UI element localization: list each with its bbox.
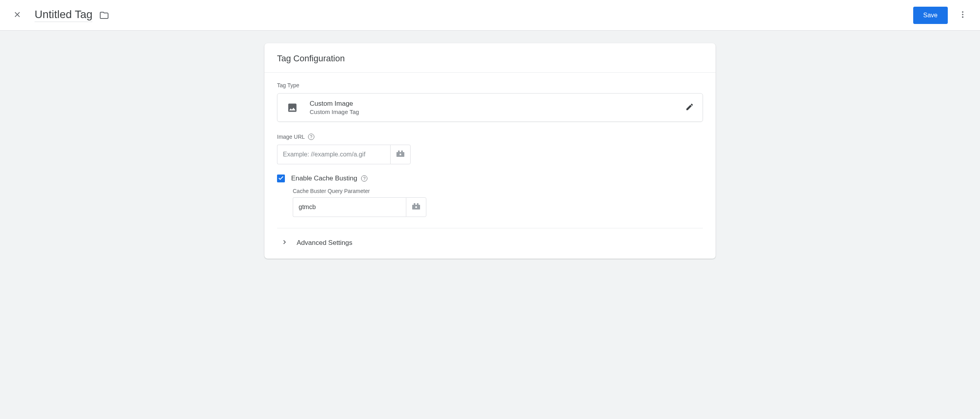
svg-rect-4 (398, 151, 400, 152)
variable-picker-button[interactable] (406, 197, 426, 217)
tag-type-selector[interactable]: Custom Image Custom Image Tag (277, 93, 703, 122)
svg-rect-8 (414, 203, 415, 205)
image-url-label-text: Image URL (277, 134, 305, 140)
check-icon (278, 175, 284, 182)
tag-type-label: Tag Type (277, 82, 703, 88)
advanced-settings-label: Advanced Settings (297, 239, 352, 247)
close-button[interactable] (9, 7, 25, 23)
tag-name-input[interactable]: Untitled Tag (35, 8, 92, 22)
page-body: Tag Configuration Tag Type Custom Image … (0, 31, 980, 419)
image-url-label: Image URL ? (277, 134, 703, 140)
cache-busting-label: Enable Cache Busting ? (291, 175, 367, 182)
dialog-header: Untitled Tag Save (0, 0, 980, 31)
tag-type-subtitle: Custom Image Tag (310, 108, 685, 115)
cache-busting-label-text: Enable Cache Busting (291, 175, 357, 182)
variable-icon (411, 203, 421, 211)
more-vert-icon (958, 10, 967, 20)
close-icon (13, 10, 22, 20)
cache-param-input[interactable] (293, 197, 406, 217)
card-title: Tag Configuration (277, 53, 703, 64)
help-icon[interactable]: ? (308, 134, 314, 140)
save-button[interactable]: Save (913, 7, 948, 24)
svg-point-1 (962, 14, 963, 15)
folder-icon[interactable] (99, 11, 109, 20)
variable-picker-button[interactable] (390, 145, 411, 164)
edit-icon (685, 103, 694, 112)
help-icon[interactable]: ? (361, 175, 367, 182)
chevron-right-icon (281, 239, 288, 247)
image-url-input[interactable] (277, 145, 390, 164)
variable-icon (396, 151, 405, 159)
svg-rect-10 (415, 206, 417, 208)
svg-rect-5 (401, 151, 403, 152)
cache-param-label: Cache Buster Query Parameter (293, 188, 703, 194)
svg-point-0 (962, 11, 963, 13)
tag-type-name: Custom Image (310, 100, 685, 108)
image-icon (286, 101, 299, 114)
advanced-settings-toggle[interactable]: Advanced Settings (277, 228, 703, 259)
title-area: Untitled Tag (35, 8, 913, 22)
tag-config-card: Tag Configuration Tag Type Custom Image … (264, 43, 716, 259)
card-header: Tag Configuration (264, 43, 716, 73)
more-menu-button[interactable] (955, 7, 971, 23)
svg-point-2 (962, 17, 963, 18)
svg-rect-9 (417, 203, 418, 205)
svg-rect-6 (400, 154, 401, 155)
cache-busting-checkbox[interactable] (277, 175, 285, 182)
tag-type-text: Custom Image Custom Image Tag (310, 100, 685, 115)
